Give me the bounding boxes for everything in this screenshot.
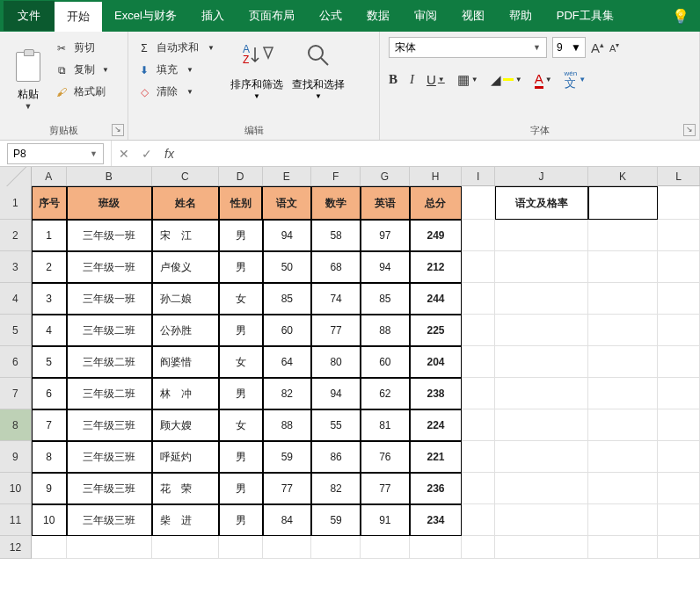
cell[interactable]: 88 xyxy=(263,409,312,441)
border-button[interactable]: ▦▼ xyxy=(457,72,478,88)
cell[interactable] xyxy=(658,251,700,283)
increase-font-size-button[interactable]: A▴ xyxy=(591,40,604,55)
cell[interactable]: 语文 xyxy=(262,186,311,220)
cell[interactable] xyxy=(588,220,659,251)
cell[interactable] xyxy=(462,536,495,559)
fx-icon[interactable]: fx xyxy=(164,147,174,161)
cell[interactable]: 5 xyxy=(32,346,67,378)
cell[interactable]: 三年级一班 xyxy=(67,220,153,251)
cell[interactable]: 85 xyxy=(263,283,312,315)
cell[interactable] xyxy=(495,346,587,378)
fill-color-button[interactable]: ◢▼ xyxy=(491,72,522,88)
cell[interactable]: 80 xyxy=(311,346,361,378)
cell[interactable]: 孙二娘 xyxy=(152,283,219,315)
cell[interactable]: 三年级一班 xyxy=(67,251,153,283)
cell[interactable]: 1 xyxy=(32,220,67,251)
cell[interactable] xyxy=(588,315,659,346)
cell[interactable]: 男 xyxy=(219,251,263,283)
cell[interactable]: 三年级三班 xyxy=(67,409,153,441)
cell[interactable]: 81 xyxy=(361,409,410,441)
cell[interactable]: 呼延灼 xyxy=(152,441,219,473)
cell[interactable]: 212 xyxy=(410,251,463,283)
cell[interactable] xyxy=(588,536,659,559)
phonetic-button[interactable]: wén文▼ xyxy=(565,70,587,89)
cell[interactable] xyxy=(462,346,495,378)
cell[interactable] xyxy=(658,315,700,346)
cell[interactable] xyxy=(361,536,410,559)
row-header-1[interactable]: 1 xyxy=(0,186,32,220)
cell[interactable]: 244 xyxy=(410,283,463,315)
cell[interactable] xyxy=(588,346,659,378)
cell[interactable]: 234 xyxy=(410,504,463,536)
cell[interactable] xyxy=(495,251,587,283)
cell[interactable]: 女 xyxy=(219,409,263,441)
cell[interactable] xyxy=(462,315,495,346)
row-header-12[interactable]: 12 xyxy=(0,536,32,559)
col-header-G[interactable]: G xyxy=(361,167,410,185)
cell[interactable]: 班级 xyxy=(67,186,153,220)
cell[interactable]: 68 xyxy=(311,251,361,283)
cell[interactable] xyxy=(462,220,495,251)
cell[interactable] xyxy=(588,378,659,409)
col-header-E[interactable]: E xyxy=(263,167,312,185)
cell[interactable]: 86 xyxy=(311,441,361,473)
cell[interactable]: 男 xyxy=(219,378,263,409)
cell[interactable]: 249 xyxy=(410,220,463,251)
col-header-K[interactable]: K xyxy=(588,167,659,185)
cell[interactable] xyxy=(152,536,219,559)
col-header-F[interactable]: F xyxy=(311,167,361,185)
cell[interactable]: 女 xyxy=(219,283,263,315)
cell[interactable]: 三年级一班 xyxy=(67,283,153,315)
row-header[interactable]: 8 xyxy=(0,409,32,441)
cell[interactable]: 三年级三班 xyxy=(67,504,153,536)
format-painter-button[interactable]: 🖌格式刷 xyxy=(55,84,109,99)
cell[interactable] xyxy=(658,536,700,559)
cell[interactable]: 阎婆惜 xyxy=(152,346,219,378)
menu-insert[interactable]: 插入 xyxy=(189,1,237,31)
cell[interactable] xyxy=(495,409,587,441)
cell[interactable]: 英语 xyxy=(361,186,410,220)
cell[interactable]: 三年级二班 xyxy=(67,378,153,409)
cell[interactable]: 77 xyxy=(263,473,312,504)
cut-button[interactable]: ✂剪切 xyxy=(55,40,109,55)
font-color-button[interactable]: A▼ xyxy=(535,71,552,89)
cell[interactable]: 82 xyxy=(311,473,361,504)
col-header-J[interactable]: J xyxy=(495,167,587,185)
col-header-B[interactable]: B xyxy=(67,167,153,185)
cell[interactable] xyxy=(588,441,659,473)
sort-filter-button[interactable]: AZ 排序和筛选 ▼ xyxy=(230,37,283,122)
cell[interactable] xyxy=(219,536,263,559)
cell[interactable] xyxy=(462,409,495,441)
cell[interactable]: 三年级二班 xyxy=(67,346,153,378)
cell[interactable]: 225 xyxy=(410,315,463,346)
cell[interactable]: 9 xyxy=(32,473,67,504)
cell[interactable]: 238 xyxy=(410,378,463,409)
cell[interactable]: 3 xyxy=(32,283,67,315)
font-name-select[interactable]: 宋体▼ xyxy=(389,37,547,58)
cell[interactable]: 94 xyxy=(263,220,312,251)
cell[interactable] xyxy=(311,536,361,559)
cell[interactable] xyxy=(495,473,587,504)
font-size-select[interactable]: 9▼ xyxy=(552,37,586,58)
cell[interactable]: 序号 xyxy=(32,186,67,220)
menu-excel-finance[interactable]: Excel与财务 xyxy=(102,1,189,31)
cell[interactable] xyxy=(658,473,700,504)
cell[interactable] xyxy=(410,536,463,559)
cell[interactable] xyxy=(588,409,659,441)
cell[interactable] xyxy=(462,251,495,283)
cell[interactable] xyxy=(658,186,700,220)
cell[interactable]: 男 xyxy=(219,504,263,536)
cell[interactable]: 60 xyxy=(361,346,410,378)
cell[interactable]: 59 xyxy=(311,504,361,536)
copy-button[interactable]: ⧉复制▼ xyxy=(55,62,109,77)
cell[interactable]: 62 xyxy=(361,378,410,409)
cell[interactable]: 77 xyxy=(311,315,361,346)
cell[interactable]: 三年级三班 xyxy=(67,473,153,504)
cell[interactable]: 男 xyxy=(219,473,263,504)
cell[interactable]: 76 xyxy=(361,441,410,473)
menu-view[interactable]: 视图 xyxy=(449,1,497,31)
row-header[interactable]: 7 xyxy=(0,378,32,409)
col-header-I[interactable]: I xyxy=(462,167,495,185)
cell[interactable] xyxy=(462,504,495,536)
fill-button[interactable]: ⬇填充▼ xyxy=(137,62,215,77)
